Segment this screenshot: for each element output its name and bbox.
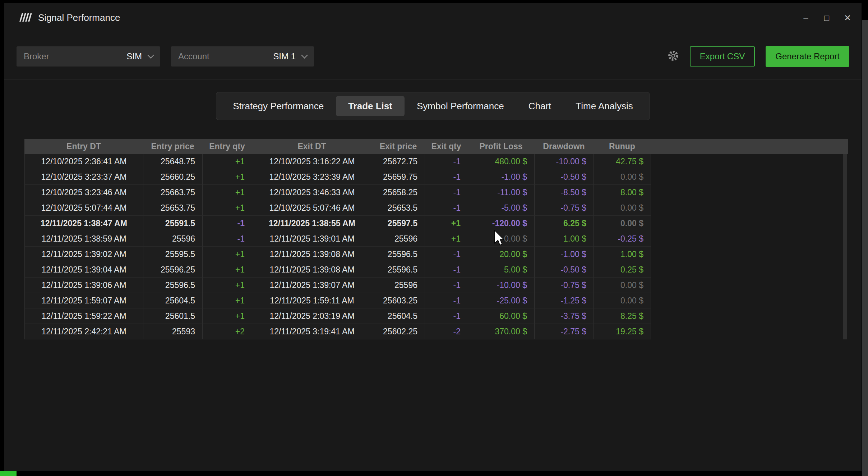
column-header-entry-dt[interactable]: Entry DT: [24, 139, 143, 154]
cell-profit-loss: 5.00 $: [468, 262, 535, 278]
cell-entry-price: 25591.5: [143, 216, 203, 231]
cell-entry-price: 25593: [143, 324, 203, 339]
toolbar-actions: Export CSV Generate Report: [668, 46, 849, 67]
tab-time-analysis[interactable]: Time Analysis: [563, 96, 645, 116]
toolbar: Broker SIM Account SIM 1 Export CSV Gene…: [4, 33, 862, 80]
cell-exit-price: 25596.5: [372, 262, 425, 278]
cell-exit-price: 25596.5: [372, 247, 425, 262]
cell-entry-dt: 12/10/2025 3:23:37 AM: [25, 169, 143, 185]
cell-exit-qty: +1: [425, 216, 468, 231]
mouse-cursor: [494, 230, 507, 249]
table-row[interactable]: 12/11/2025 1:39:04 AM25596.25+112/11/202…: [24, 262, 848, 278]
table-row[interactable]: 12/10/2025 5:07:44 AM25653.75+112/10/202…: [24, 200, 848, 216]
tab-symbol-performance[interactable]: Symbol Performance: [405, 96, 516, 116]
cell-exit-dt: 12/10/2025 3:16:22 AM: [252, 154, 372, 169]
cell-exit-price: 25659.75: [372, 169, 425, 185]
broker-select[interactable]: Broker SIM: [17, 46, 160, 67]
settings-gear-icon[interactable]: [668, 50, 679, 63]
account-value: SIM 1: [273, 51, 296, 61]
table-row[interactable]: 12/10/2025 2:36:41 AM25648.75+112/10/202…: [24, 154, 848, 169]
cell-exit-qty: -1: [425, 169, 468, 185]
cell-runup: 8.25 $: [594, 308, 651, 324]
cell-exit-qty: -1: [425, 308, 468, 324]
column-header-runup[interactable]: Runup: [594, 139, 651, 154]
cell-entry-dt: 12/10/2025 5:07:44 AM: [25, 200, 143, 216]
table-row[interactable]: 12/10/2025 3:23:37 AM25660.25+112/10/202…: [24, 169, 848, 185]
cell-exit-dt: 12/11/2025 1:39:08 AM: [252, 247, 372, 262]
export-csv-button[interactable]: Export CSV: [690, 46, 755, 67]
tab-strategy-performance[interactable]: Strategy Performance: [221, 96, 336, 116]
column-header-profit-loss[interactable]: Profit Loss: [468, 139, 534, 154]
cell-profit-loss: 480.00 $: [468, 154, 535, 169]
cell-profit-loss: 20.00 $: [468, 247, 535, 262]
cell-runup: 42.75 $: [594, 154, 651, 169]
cell-entry-qty: +1: [203, 262, 252, 278]
cell-exit-dt: 12/11/2025 1:39:01 AM: [252, 231, 372, 247]
tab-chart[interactable]: Chart: [516, 96, 564, 116]
cell-entry-qty: +2: [203, 324, 252, 339]
table-row[interactable]: 12/11/2025 1:39:06 AM25596.5+112/11/2025…: [24, 278, 848, 293]
cell-runup: 0.00 $: [594, 200, 651, 216]
column-header-exit-price[interactable]: Exit price: [372, 139, 425, 154]
cell-exit-dt: 12/11/2025 1:39:08 AM: [252, 262, 372, 278]
cell-entry-dt: 12/11/2025 1:39:06 AM: [25, 278, 143, 293]
table-row[interactable]: 12/11/2025 1:38:59 AM25596-112/11/2025 1…: [24, 231, 848, 247]
cell-profit-loss: 370.00 $: [468, 324, 535, 339]
cell-profit-loss: -120.00 $: [468, 216, 535, 231]
cell-exit-price: 25596: [372, 231, 425, 247]
table-row[interactable]: 12/11/2025 1:59:07 AM25604.5+112/11/2025…: [24, 293, 848, 308]
cell-entry-price: 25596.25: [143, 262, 203, 278]
cell-entry-dt: 12/11/2025 1:39:04 AM: [25, 262, 143, 278]
table-row[interactable]: 12/11/2025 2:42:21 AM25593+212/11/2025 3…: [24, 324, 848, 339]
column-header-exit-dt[interactable]: Exit DT: [252, 139, 372, 154]
app-logo-icon: [17, 12, 32, 24]
cell-exit-qty: -1: [425, 278, 468, 293]
cell-entry-qty: +1: [203, 308, 252, 324]
cell-entry-price: 25648.75: [143, 154, 203, 169]
cell-entry-qty: +1: [203, 169, 252, 185]
cell-profit-loss: -10.00 $: [468, 278, 535, 293]
cell-drawdown: -0.50 $: [535, 262, 594, 278]
cell-exit-price: 25658.25: [372, 185, 425, 200]
cell-profit-loss: 60.00 $: [468, 308, 535, 324]
account-label: Account: [178, 51, 209, 61]
table-scrollbar[interactable]: [843, 154, 847, 339]
cell-exit-dt: 12/10/2025 3:46:33 AM: [252, 185, 372, 200]
cell-drawdown: -1.25 $: [535, 293, 594, 308]
cell-entry-price: 25596.5: [143, 278, 203, 293]
cell-runup: -0.25 $: [594, 231, 651, 247]
cell-exit-dt: 12/10/2025 3:23:39 AM: [252, 169, 372, 185]
table-row[interactable]: 12/11/2025 1:38:47 AM25591.5-112/11/2025…: [24, 216, 848, 231]
account-select[interactable]: Account SIM 1: [171, 46, 314, 67]
close-button[interactable]: ✕: [837, 10, 858, 26]
cell-entry-dt: 12/11/2025 1:38:59 AM: [25, 231, 143, 247]
column-header-entry-qty[interactable]: Entry qty: [202, 139, 252, 154]
cell-profit-loss: -25.00 $: [468, 293, 535, 308]
cell-entry-price: 25604.5: [143, 293, 203, 308]
column-header-entry-price[interactable]: Entry price: [143, 139, 202, 154]
table-header-row: Entry DTEntry priceEntry qtyExit DTExit …: [24, 139, 848, 154]
cell-entry-price: 25601.5: [143, 308, 203, 324]
cell-profit-loss: -1.00 $: [468, 169, 535, 185]
table-row[interactable]: 12/11/2025 1:39:02 AM25595.5+112/11/2025…: [24, 247, 848, 262]
cell-runup: 1.00 $: [594, 247, 651, 262]
trade-list-table: Entry DTEntry priceEntry qtyExit DTExit …: [24, 139, 848, 339]
cell-drawdown: -0.75 $: [535, 200, 594, 216]
cell-drawdown: -8.50 $: [535, 185, 594, 200]
cell-runup: 19.25 $: [594, 324, 651, 339]
cell-drawdown: -10.00 $: [535, 154, 594, 169]
column-header-exit-qty[interactable]: Exit qty: [425, 139, 468, 154]
table-row[interactable]: 12/10/2025 3:23:46 AM25663.75+112/10/202…: [24, 185, 848, 200]
tab-trade-list[interactable]: Trade List: [336, 96, 405, 116]
generate-report-button[interactable]: Generate Report: [766, 46, 849, 67]
cell-exit-price: 25596: [372, 278, 425, 293]
cell-profit-loss: -11.00 $: [468, 185, 535, 200]
maximize-button[interactable]: □: [816, 10, 837, 26]
column-header-drawdown[interactable]: Drawdown: [534, 139, 594, 154]
cell-profit-loss: -5.00 $: [468, 200, 535, 216]
cell-entry-dt: 12/11/2025 1:59:22 AM: [25, 308, 143, 324]
table-row[interactable]: 12/11/2025 1:59:22 AM25601.5+112/11/2025…: [24, 308, 848, 324]
chevron-down-icon: [301, 52, 308, 58]
cell-exit-price: 25653.5: [372, 200, 425, 216]
minimize-button[interactable]: –: [795, 10, 816, 26]
